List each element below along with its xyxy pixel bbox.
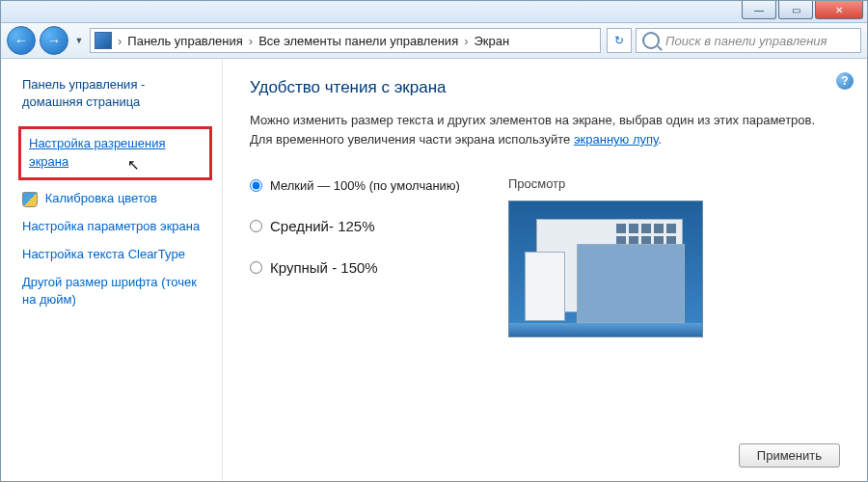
radio-large[interactable]: Крупный - 150% bbox=[250, 259, 460, 276]
radio-medium-input[interactable] bbox=[250, 220, 262, 232]
search-placeholder: Поиск в панели управления bbox=[665, 34, 827, 48]
title-bar: — ▭ ✕ bbox=[1, 1, 867, 23]
footer: Применить bbox=[250, 428, 840, 468]
control-panel-icon bbox=[95, 32, 112, 49]
shield-icon bbox=[22, 192, 38, 207]
maximize-button[interactable]: ▭ bbox=[778, 1, 813, 19]
highlight-box: Настройка разрешения экрана ↖ bbox=[18, 126, 212, 180]
description-post: . bbox=[658, 132, 662, 147]
sidebar: Панель управления - домашняя страница На… bbox=[1, 59, 223, 482]
sidebar-link-dpi[interactable]: Другой размер шрифта (точек на дюйм) bbox=[22, 274, 208, 310]
preview-window-icon bbox=[577, 244, 685, 323]
sidebar-link-display-params[interactable]: Настройка параметров экрана bbox=[22, 218, 208, 236]
radio-large-input[interactable] bbox=[250, 261, 262, 274]
preview-label: Просмотр bbox=[508, 176, 703, 191]
options-row: Мелкий — 100% (по умолчанию) Средний- 12… bbox=[250, 176, 840, 337]
radio-large-label: Крупный - 150% bbox=[270, 259, 378, 276]
main-content: ? Удобство чтения с экрана Можно изменит… bbox=[223, 59, 867, 482]
help-icon[interactable]: ? bbox=[836, 72, 854, 90]
address-bar[interactable]: › Панель управления › Все элементы панел… bbox=[90, 28, 601, 53]
radio-small[interactable]: Мелкий — 100% (по умолчанию) bbox=[250, 178, 460, 193]
preview-image bbox=[508, 201, 703, 337]
minimize-button[interactable]: — bbox=[742, 1, 776, 19]
breadcrumb-separator: › bbox=[247, 34, 255, 48]
page-title: Удобство чтения с экрана bbox=[250, 78, 840, 97]
preview-icons-grid bbox=[616, 224, 676, 246]
navigation-bar: ← → ▼ › Панель управления › Все элементы… bbox=[1, 23, 867, 59]
back-button[interactable]: ← bbox=[7, 26, 36, 55]
apply-button[interactable]: Применить bbox=[739, 443, 840, 468]
radio-small-label: Мелкий — 100% (по умолчанию) bbox=[270, 178, 460, 193]
breadcrumb-control-panel[interactable]: Панель управления bbox=[127, 34, 242, 48]
history-dropdown-icon[interactable]: ▼ bbox=[72, 27, 86, 54]
radio-small-input[interactable] bbox=[250, 179, 262, 192]
body: Панель управления - домашняя страница На… bbox=[1, 59, 867, 482]
sidebar-link-resolution[interactable]: Настройка разрешения экрана bbox=[29, 135, 202, 172]
refresh-button[interactable]: ↻ bbox=[607, 28, 632, 53]
search-icon bbox=[642, 32, 660, 49]
breadcrumb-separator: › bbox=[462, 34, 470, 48]
magnifier-link[interactable]: экранную лупу bbox=[574, 132, 658, 147]
sidebar-link-calibration[interactable]: Калибровка цветов bbox=[22, 190, 208, 208]
close-button[interactable]: ✕ bbox=[815, 1, 863, 19]
description-text: Можно изменить размер текста и других эл… bbox=[250, 111, 840, 149]
preview-window-icon bbox=[525, 252, 565, 321]
sidebar-link-calibration-label: Калибровка цветов bbox=[45, 191, 157, 205]
breadcrumb-all-items[interactable]: Все элементы панели управления bbox=[258, 34, 458, 48]
sidebar-link-cleartype[interactable]: Настройка текста ClearType bbox=[22, 246, 208, 264]
breadcrumb-separator: › bbox=[116, 34, 123, 48]
description-pre: Можно изменить размер текста и других эл… bbox=[250, 113, 815, 147]
radio-medium[interactable]: Средний- 125% bbox=[250, 218, 460, 234]
control-panel-window: — ▭ ✕ ← → ▼ › Панель управления › Все эл… bbox=[0, 0, 868, 482]
preview-taskbar-icon bbox=[509, 323, 702, 336]
search-input[interactable]: Поиск в панели управления bbox=[636, 28, 861, 53]
breadcrumb-display[interactable]: Экран bbox=[475, 34, 510, 48]
forward-button[interactable]: → bbox=[40, 26, 68, 55]
preview-column: Просмотр bbox=[508, 176, 703, 337]
size-radio-group: Мелкий — 100% (по умолчанию) Средний- 12… bbox=[250, 176, 460, 337]
radio-medium-label: Средний- 125% bbox=[270, 218, 375, 234]
sidebar-home-link[interactable]: Панель управления - домашняя страница bbox=[22, 76, 208, 111]
